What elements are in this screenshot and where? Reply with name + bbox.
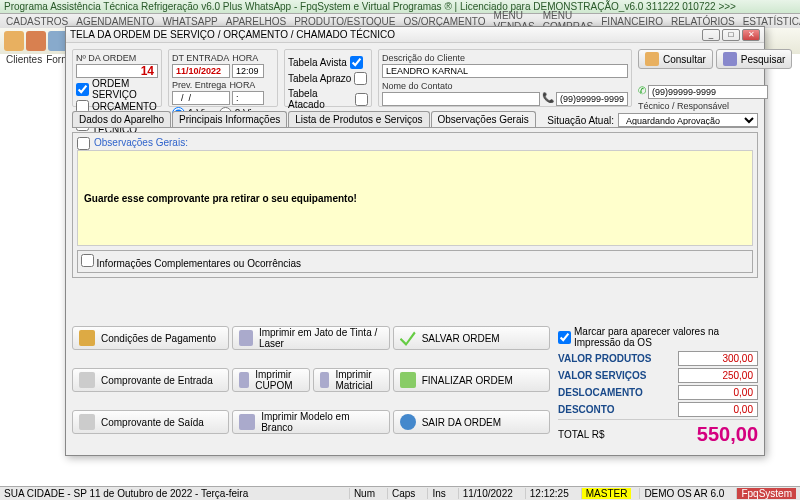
status-cidade: SUA CIDADE - SP 11 de Outubro de 2022 - … (4, 488, 248, 499)
tab-lista[interactable]: Lista de Produtos e Serviços (288, 111, 429, 127)
tab-dados[interactable]: Dados do Aparelho (72, 111, 171, 127)
hora-entrada-field[interactable] (232, 64, 264, 78)
total-value: 550,00 (697, 423, 758, 446)
maximize-button[interactable]: □ (722, 29, 740, 41)
salvar-button[interactable]: SALVAR ORDEM (393, 326, 550, 350)
pesquisar-button[interactable]: Pesquisar (716, 49, 792, 69)
situacao-select[interactable]: Aguardando Aprovação (618, 113, 758, 127)
search-icon (645, 52, 659, 66)
dialog-title: TELA DA ORDEM DE SERVIÇO / ORÇAMENTO / C… (70, 29, 395, 40)
check-icon (400, 330, 416, 346)
tel2-field[interactable] (648, 85, 768, 99)
find-icon (723, 52, 737, 66)
menu-relatorios[interactable]: RELATÓRIOS (671, 16, 735, 27)
printer-icon (239, 372, 249, 388)
prev-data-field[interactable] (172, 91, 230, 105)
printer-icon (320, 372, 330, 388)
tabela-aprazo-chk[interactable] (354, 72, 367, 85)
order-number-label: Nº DA ORDEM (76, 53, 158, 63)
app-titlebar: Programa Assistência Técnica Refrigeraçã… (0, 0, 800, 14)
imprimir-branco-button[interactable]: Imprimir Modelo em Branco (232, 410, 389, 434)
cliente-nome-field[interactable] (382, 64, 628, 78)
imprimir-cupom-button[interactable]: Imprimir CUPOM (232, 368, 309, 392)
cond-pagamento-button[interactable]: Condições de Pagamento (72, 326, 229, 350)
valor-desconto: 0,00 (678, 402, 758, 417)
comp-saida-button[interactable]: Comprovante de Saída (72, 410, 229, 434)
menu-whatsapp[interactable]: WHATSAPP (162, 16, 217, 27)
status-bar: SUA CIDADE - SP 11 de Outubro de 2022 - … (0, 486, 800, 500)
obs-header: Observações Gerais: (94, 137, 188, 148)
order-dialog: TELA DA ORDEM DE SERVIÇO / ORÇAMENTO / C… (65, 26, 765, 456)
obs-toggle-chk[interactable] (77, 137, 90, 150)
info-comp-chk[interactable] (81, 254, 94, 267)
valor-deslocamento: 0,00 (678, 385, 758, 400)
menu-os[interactable]: OS/ORÇAMENTO (404, 16, 486, 27)
obs-textarea[interactable]: Guarde esse comprovante pra retirar o se… (77, 150, 753, 246)
comp-entrada-button[interactable]: Comprovante de Entrada (72, 368, 229, 392)
doc-icon (79, 414, 95, 430)
menu-produto[interactable]: PRODUTO/ESTOQUE (294, 16, 395, 27)
imprimir-jato-button[interactable]: Imprimir em Jato de Tinta / Laser (232, 326, 389, 350)
finish-icon (400, 372, 416, 388)
phone-icon: 📞 (542, 92, 554, 106)
dt-entrada-field[interactable] (172, 64, 230, 78)
sair-button[interactable]: SAIR DA ORDEM (393, 410, 550, 434)
menu-aparelhos[interactable]: APARELHOS (226, 16, 286, 27)
minimize-button[interactable]: _ (702, 29, 720, 41)
toolbar-icon[interactable] (26, 31, 46, 51)
valor-produtos: 300,00 (678, 351, 758, 366)
whatsapp-icon[interactable]: ✆ (638, 85, 646, 99)
menu-financeiro[interactable]: FINANCEIRO (601, 16, 663, 27)
tab-principais[interactable]: Principais Informações (172, 111, 287, 127)
close-button[interactable]: ✕ (742, 29, 760, 41)
printer-icon (239, 330, 253, 346)
coin-icon (79, 330, 95, 346)
consultar-button[interactable]: Consultar (638, 49, 713, 69)
tipo-ordem-chk[interactable] (76, 83, 89, 96)
contato-field[interactable] (382, 92, 540, 106)
doc-icon (79, 372, 95, 388)
prev-hora-field[interactable] (232, 91, 264, 105)
valor-servicos: 250,00 (678, 368, 758, 383)
order-number-field[interactable] (76, 64, 158, 78)
printer-icon (239, 414, 255, 430)
tabela-atacado-chk[interactable] (355, 93, 368, 106)
menu-agendamento[interactable]: AGENDAMENTO (76, 16, 154, 27)
app-title: Programa Assistência Técnica Refrigeraçã… (4, 1, 736, 12)
toolbar-icon[interactable] (4, 31, 24, 51)
tabela-avista-chk[interactable] (350, 56, 363, 69)
menu-estatistica[interactable]: ESTATÍSTICA (743, 16, 800, 27)
menu-cadastros[interactable]: CADASTROS (6, 16, 68, 27)
tel1-field[interactable] (556, 92, 628, 106)
exit-icon (400, 414, 416, 430)
finalizar-button[interactable]: FINALIZAR ORDEM (393, 368, 550, 392)
marcar-valores-chk[interactable] (558, 331, 571, 344)
sidebar-clientes[interactable]: Clientes (6, 54, 42, 65)
tab-obs[interactable]: Observações Gerais (431, 111, 536, 127)
imprimir-matricial-button[interactable]: Imprimir Matricial (313, 368, 390, 392)
